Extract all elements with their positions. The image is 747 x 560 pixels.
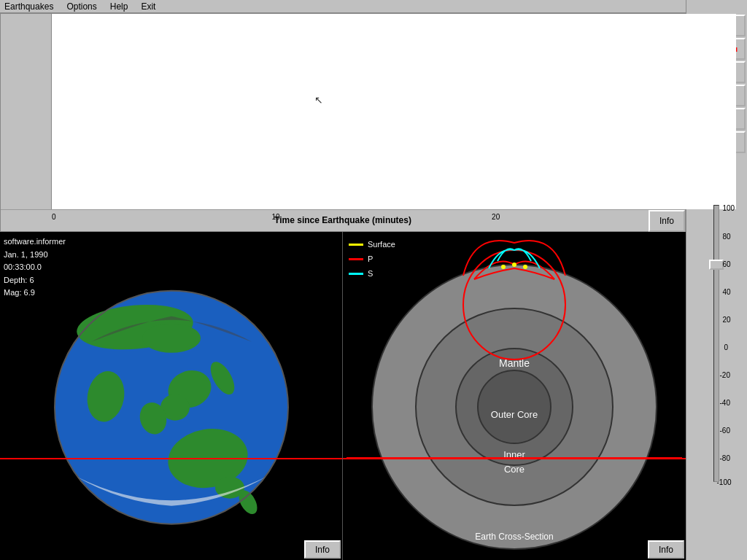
svg-point-25 [501, 265, 506, 269]
earthquake-info: software.informer Jan. 1, 1990 00:33:00.… [4, 236, 66, 300]
speed-scale-40: 40 [723, 288, 731, 296]
svg-text:Outer Core: Outer Core [491, 409, 538, 420]
chart-info-button[interactable]: Info [649, 210, 685, 232]
info-depth: Depth: 6 [4, 274, 66, 287]
cross-section-visualization: Mantle Outer Core Inner Core [347, 239, 682, 553]
seismograph-chart: ↖ Time since Earthquake (minutes) 0 10 2… [0, 13, 686, 232]
x-axis-label: Time since Earthquake (minutes) [274, 215, 411, 225]
globe-info-button[interactable]: Info [304, 540, 341, 559]
menu-options[interactable]: Options [63, 1, 99, 12]
menu-earthquakes[interactable]: Earthquakes [1, 1, 56, 12]
svg-point-7 [142, 324, 201, 353]
red-equator-line [0, 458, 342, 459]
speed-track [713, 205, 719, 482]
info-time: 00:33:00.0 [4, 261, 66, 274]
chart-y-axis [1, 14, 52, 211]
x-tick-20: 20 [492, 213, 500, 221]
speed-scale-neg20: -20 [720, 371, 730, 379]
cross-section-info-button[interactable]: Info [648, 540, 684, 559]
speed-scale-80: 80 [723, 233, 731, 241]
speed-scale-60: 60 [723, 260, 731, 268]
speed-scale-neg80: -80 [720, 454, 730, 462]
globe-visualization [47, 284, 295, 532]
menu-help[interactable]: Help [107, 1, 131, 12]
speed-thumb[interactable] [709, 260, 724, 270]
speed-scale-100: 100 [723, 205, 735, 212]
speed-scale-20: 20 [723, 316, 731, 324]
x-tick-10: 10 [272, 213, 280, 221]
speed-scale-0: 0 [724, 343, 729, 351]
info-source: software.informer [4, 236, 66, 249]
svg-point-26 [523, 265, 527, 269]
info-date: Jan. 1, 1990 [4, 249, 66, 262]
speed-scale-neg40: -40 [720, 399, 730, 407]
cross-section-title: Earth Cross-Section [475, 532, 553, 542]
svg-point-27 [512, 262, 516, 267]
x-tick-0: 0 [52, 213, 56, 221]
speed-scale-neg100: -100 [717, 478, 732, 486]
menu-exit[interactable]: Exit [138, 1, 158, 12]
cursor-pointer: ↖ [314, 94, 323, 106]
info-magnitude: Mag: 6.9 [4, 287, 66, 300]
speed-scale-neg60: -60 [720, 427, 730, 435]
menu-bar: Earthquakes Options Help Exit [0, 0, 686, 13]
cross-section-red-line [343, 458, 686, 459]
svg-text:Core: Core [504, 464, 525, 475]
speed-section: SPEED 100 80 60 40 20 0 -20 -40 -60 -80 … [689, 188, 746, 493]
